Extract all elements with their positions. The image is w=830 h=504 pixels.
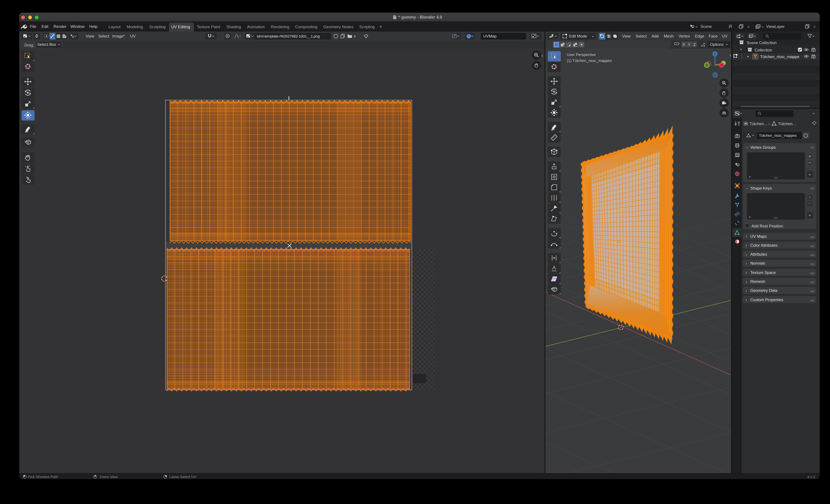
svg-text:X: X [721,63,723,67]
svg-text:Z: Z [714,52,716,56]
